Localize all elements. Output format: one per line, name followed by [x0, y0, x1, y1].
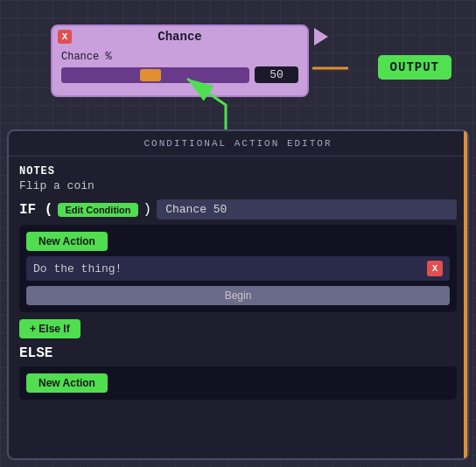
notes-section: NOTES Flip a coin — [19, 165, 457, 192]
action-delete-button[interactable]: X — [427, 261, 443, 276]
new-action-button-1[interactable]: New Action — [26, 232, 108, 251]
else-keyword: ELSE — [19, 345, 457, 361]
condition-display: Chance 50 — [157, 199, 457, 220]
action-item: Do the thing! X — [26, 256, 450, 281]
if-keyword: IF ( — [19, 202, 52, 218]
chance-slider-track[interactable] — [61, 67, 249, 83]
chance-value-display: 50 — [255, 66, 298, 83]
begin-button[interactable]: Begin — [26, 286, 450, 305]
chance-node: X Chance Chance % 50 — [51, 24, 309, 97]
if-block: New Action Do the thing! X Begin — [19, 225, 457, 312]
chance-close-button[interactable]: X — [58, 30, 72, 44]
if-close-paren: ) — [144, 202, 152, 218]
new-action-button-2[interactable]: New Action — [26, 373, 108, 393]
chance-percent-label: Chance % — [61, 51, 298, 63]
editor-body: NOTES Flip a coin IF ( Edit Condition ) … — [9, 157, 467, 458]
action-item-text: Do the thing! — [33, 262, 422, 275]
editor-panel: CONDITIONAL ACTION EDITOR NOTES Flip a c… — [7, 129, 469, 460]
chance-slider-row: 50 — [61, 66, 298, 83]
chance-slider-thumb[interactable] — [140, 69, 161, 81]
if-row: IF ( Edit Condition ) Chance 50 — [19, 199, 457, 220]
else-section: ELSE New Action — [19, 345, 457, 400]
editor-header: CONDITIONAL ACTION EDITOR — [9, 131, 467, 157]
if-section: IF ( Edit Condition ) Chance 50 New Acti… — [19, 199, 457, 312]
edit-condition-button[interactable]: Edit Condition — [58, 203, 137, 217]
chance-node-body: Chance % 50 — [52, 47, 307, 87]
notes-text: Flip a coin — [19, 179, 457, 192]
chance-node-header: X Chance — [52, 26, 307, 47]
else-if-button[interactable]: + Else If — [19, 319, 80, 338]
else-block: New Action — [19, 366, 457, 400]
notes-label: NOTES — [19, 165, 457, 178]
output-node: OUTPUT — [378, 55, 452, 80]
chance-node-title: Chance — [158, 30, 201, 44]
chance-output-connector[interactable] — [314, 28, 328, 45]
